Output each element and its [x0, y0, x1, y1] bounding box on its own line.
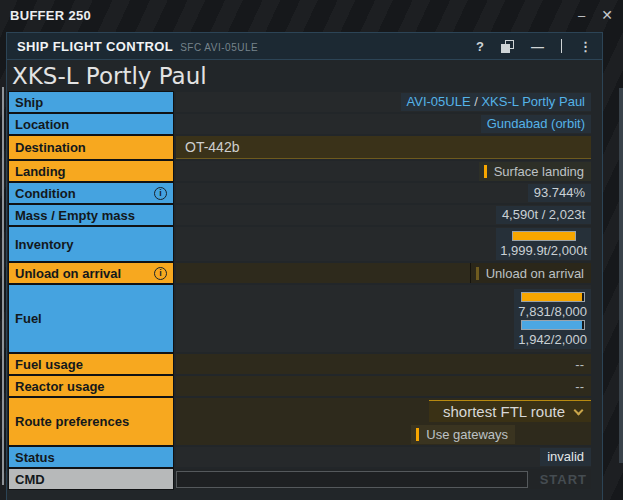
fuel-label-text: Fuel [15, 311, 42, 326]
unload-label-text: Unload on arrival [15, 266, 121, 281]
location-label: Location [9, 114, 173, 134]
buffer-title: BUFFER 250 [10, 8, 91, 23]
toggle-indicator [416, 428, 419, 441]
close-icon[interactable]: ✕ [601, 8, 613, 22]
mass-value: 4,590t / 2,023t [176, 205, 591, 225]
destination-label: Destination [9, 136, 173, 159]
ship-label: Ship [9, 92, 173, 112]
window-header-icons: ? — ⋮ [476, 39, 592, 53]
inventory-meter: 1,999.9t/2,000t [496, 228, 591, 260]
info-icon[interactable]: i [154, 187, 167, 200]
fuel-usage-value: -- [176, 354, 591, 374]
condition-label: Condition i [9, 183, 173, 203]
stl-fuel-bar [521, 320, 585, 330]
cmd-value: START [176, 469, 591, 489]
ship-registration-link[interactable]: AVI-05ULE [407, 94, 471, 109]
minimize-icon[interactable]: – [578, 9, 585, 22]
destination-label-text: Destination [15, 140, 86, 155]
location-link[interactable]: Gundabad (orbit) [487, 116, 585, 131]
fuel-usage-label-text: Fuel usage [15, 357, 83, 372]
reactor-usage-label: Reactor usage [9, 376, 173, 396]
surface-landing-toggle-label: Surface landing [494, 164, 584, 179]
landing-label: Landing [9, 161, 173, 181]
inventory-value: 1,999.9t/2,000t [176, 227, 591, 261]
inventory-label-text: Inventory [15, 237, 74, 252]
row-status: Status invalid [9, 447, 591, 467]
row-mass: Mass / Empty mass 4,590t / 2,023t [9, 205, 591, 225]
ftl-fuel-bar-fill [522, 293, 583, 301]
inventory-bar [512, 231, 576, 241]
left-scrollbar[interactable] [2, 87, 4, 485]
cmd-label-text: CMD [15, 472, 45, 487]
unload-label: Unload on arrival i [9, 263, 173, 283]
inventory-label: Inventory [9, 227, 173, 261]
ftl-fuel-amount: 7,831/8,000 [518, 304, 587, 319]
inventory-amount: 1,999.9t/2,000t [500, 243, 587, 258]
buffer-titlebar[interactable]: BUFFER 250 – ✕ [0, 0, 623, 30]
mass-label-text: Mass / Empty mass [15, 208, 135, 223]
row-fuel: Fuel 7,831/8,000 1,942/2,000 [9, 285, 591, 352]
window-content: XKS-L Portly Paul Ship AVI-05ULE / XKS-L… [7, 60, 602, 489]
destination-input[interactable] [176, 136, 591, 159]
help-icon[interactable]: ? [476, 40, 484, 53]
page-title: XKS-L Portly Paul [9, 62, 602, 92]
kebab-menu-icon[interactable]: ⋮ [579, 40, 592, 53]
ship-name-link[interactable]: XKS-L Portly Paul [481, 94, 585, 109]
right-scrollbar[interactable] [619, 88, 623, 463]
buffer-window-controls: – ✕ [578, 8, 613, 22]
window-header[interactable]: SHIP FLIGHT CONTROL SFC AVI-05ULE ? — ⋮ [7, 33, 602, 60]
route-select[interactable]: shortest FTL route [429, 400, 591, 422]
window-minimize-icon[interactable]: — [531, 40, 544, 53]
row-fuel-usage: Fuel usage -- [9, 354, 591, 374]
window-subtitle: SFC AVI-05ULE [180, 42, 258, 53]
unload-on-arrival-toggle[interactable]: Unload on arrival [470, 263, 591, 283]
row-inventory: Inventory 1,999.9t/2,000t [9, 227, 591, 261]
copy-icon-front-square [501, 44, 510, 53]
unload-value: Unload on arrival [176, 263, 591, 283]
route-preferences-value: shortest FTL route Use gateways [176, 398, 591, 445]
row-cmd: CMD START [9, 469, 591, 489]
surface-landing-toggle[interactable]: Surface landing [479, 162, 591, 181]
row-landing: Landing Surface landing [9, 161, 591, 181]
use-gateways-toggle-label: Use gateways [426, 427, 508, 442]
toggle-indicator [484, 165, 487, 178]
window-title: SHIP FLIGHT CONTROL [17, 39, 173, 54]
landing-value: Surface landing [176, 161, 591, 181]
row-reactor-usage: Reactor usage -- [9, 376, 591, 396]
row-ship: Ship AVI-05ULE / XKS-L Portly Paul [9, 92, 591, 112]
use-gateways-toggle[interactable]: Use gateways [411, 425, 515, 444]
start-button[interactable]: START [530, 472, 591, 487]
flight-control-table: Ship AVI-05ULE / XKS-L Portly Paul Locat… [9, 92, 602, 489]
fuel-value: 7,831/8,000 1,942/2,000 [176, 285, 591, 352]
reactor-usage-label-text: Reactor usage [15, 379, 105, 394]
cmd-label: CMD [9, 469, 173, 489]
mass-label: Mass / Empty mass [9, 205, 173, 225]
ftl-fuel-bar [521, 292, 585, 302]
location-value-chip: Gundabad (orbit) [481, 115, 591, 133]
route-select-value: shortest FTL route [437, 403, 571, 420]
status-label: Status [9, 447, 173, 467]
status-value: invalid [176, 447, 591, 467]
reactor-usage-value: -- [176, 376, 591, 396]
route-preferences-label-text: Route preferences [15, 414, 129, 429]
unload-toggle-label: Unload on arrival [486, 266, 584, 281]
destination-value [176, 136, 591, 159]
copy-icon[interactable] [501, 40, 514, 53]
row-location: Location Gundabad (orbit) [9, 114, 591, 134]
inventory-bar-fill [513, 232, 575, 240]
stl-fuel-amount: 1,942/2,000 [518, 332, 587, 347]
landing-label-text: Landing [15, 164, 66, 179]
fuel-meters: 7,831/8,000 1,942/2,000 [514, 289, 591, 349]
ship-value: AVI-05ULE / XKS-L Portly Paul [176, 92, 591, 112]
location-value: Gundabad (orbit) [176, 114, 591, 134]
row-destination: Destination [9, 136, 591, 159]
status-label-text: Status [15, 450, 55, 465]
toggle-indicator [476, 267, 479, 280]
ship-value-chip: AVI-05ULE / XKS-L Portly Paul [401, 93, 591, 111]
fuel-usage-label: Fuel usage [9, 354, 173, 374]
info-icon[interactable]: i [154, 267, 167, 280]
condition-value-chip: 93.744% [528, 184, 591, 202]
reactor-usage-placeholder: -- [575, 379, 591, 394]
cmd-input[interactable] [176, 471, 528, 488]
chevron-down-icon [574, 405, 584, 415]
